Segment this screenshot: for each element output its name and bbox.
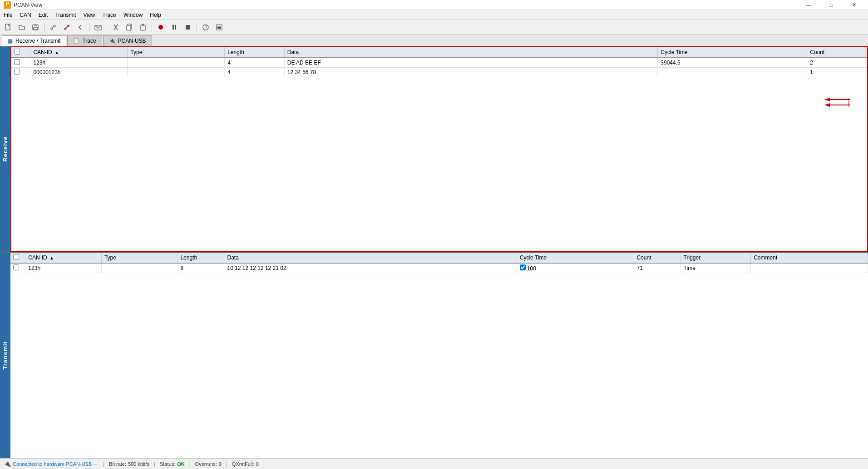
header-length[interactable]: Length: [225, 47, 285, 58]
tx-row-length: 8: [178, 263, 224, 273]
new-button[interactable]: [2, 21, 15, 33]
paste-button[interactable]: [137, 21, 149, 33]
tx-header-count[interactable]: Count: [634, 253, 681, 263]
status-label: Status:: [160, 461, 175, 467]
menu-item-transmit[interactable]: Transmit: [51, 10, 79, 20]
back-button[interactable]: [74, 21, 87, 33]
select-all-transmit[interactable]: [13, 254, 19, 260]
cut-button[interactable]: [109, 21, 122, 33]
rx-row-canid: 00000123h: [30, 68, 128, 77]
tx-header-canid[interactable]: CAN-ID ▲: [25, 253, 102, 263]
sort-canid-icon: ▲: [54, 50, 59, 55]
header-cycletime[interactable]: Cycle Time: [658, 47, 807, 58]
receive-row[interactable]: 00000123h 4 12 34 56 78 1: [11, 68, 867, 77]
rx-row-check[interactable]: [11, 68, 30, 77]
save-button[interactable]: [29, 21, 42, 33]
menu-item-can[interactable]: CAN: [16, 10, 35, 20]
rx-row-check[interactable]: [11, 58, 30, 68]
tx-header-comment[interactable]: Comment: [751, 253, 868, 263]
tab-trace[interactable]: 📋 Trace: [67, 35, 102, 46]
svg-point-5: [54, 25, 55, 27]
tx-row-count: 71: [634, 263, 681, 273]
sep2: [89, 23, 89, 32]
header-check[interactable]: [11, 47, 30, 58]
status-bar: 🔌 Connected to hardware PCAN-USB ↔ | Bit…: [0, 458, 868, 469]
menu-item-trace[interactable]: Trace: [99, 10, 119, 20]
bitrate-label: Bit rate:: [109, 461, 126, 467]
pause-button[interactable]: [168, 21, 181, 33]
menu-item-window[interactable]: Window: [120, 10, 147, 20]
receive-label: Receive: [0, 46, 10, 252]
connect-button[interactable]: [47, 21, 59, 33]
header-canid[interactable]: CAN-ID ▲: [30, 47, 128, 58]
rx-row-data: DE AD BE EF: [284, 58, 658, 68]
settings-button[interactable]: [213, 21, 226, 33]
menu-item-edit[interactable]: Edit: [35, 10, 52, 20]
transmit-table: CAN-ID ▲ Type Length Data Cycle Time Cou…: [10, 253, 868, 273]
tab-icon-receive: ▦: [8, 38, 13, 44]
status-sep1: |: [103, 461, 104, 467]
copy-button[interactable]: [123, 21, 136, 33]
tx-row-type: [101, 263, 178, 273]
tab-receive-transmit[interactable]: ▦ Receive / Transmit: [2, 35, 66, 46]
rx-row-count: 2: [807, 58, 867, 68]
stop-button[interactable]: [182, 21, 194, 33]
receive-row[interactable]: 123h 4 DE AD BE EF 39044.6 2: [11, 58, 867, 68]
tx-row-check[interactable]: [10, 263, 25, 273]
help-button[interactable]: ?: [199, 21, 212, 33]
svg-rect-16: [141, 25, 145, 30]
record-button[interactable]: [154, 21, 167, 33]
rx-row-type: [128, 58, 225, 68]
tab-pcan-usb[interactable]: 🔌 PCAN-USB: [103, 35, 152, 46]
sep5: [197, 23, 197, 32]
rx-row-length: 4: [225, 68, 285, 77]
rx-row-data: 12 34 56 78: [284, 68, 658, 77]
tab-icon-pcan: 🔌: [109, 38, 115, 44]
tx-header-type[interactable]: Type: [101, 253, 178, 263]
header-type[interactable]: Type: [128, 47, 225, 58]
tx-header-length[interactable]: Length: [178, 253, 224, 263]
select-all-receive[interactable]: [14, 49, 20, 55]
header-count[interactable]: Count: [807, 47, 867, 58]
status-sep3: |: [189, 461, 191, 467]
minimize-button[interactable]: —: [798, 0, 819, 10]
svg-rect-0: [5, 24, 10, 30]
transmit-panel: Transmit CAN-ID ▲ Type Length Data: [0, 253, 868, 458]
maximize-button[interactable]: □: [821, 0, 842, 10]
tx-sort-canid-icon: ▲: [49, 255, 54, 260]
rx-row-count: 1: [807, 68, 867, 77]
connected-text: Connected to hardware PCAN-USB: [13, 461, 92, 467]
status-value: OK: [177, 461, 185, 467]
svg-rect-21: [186, 25, 190, 30]
tx-row-canid: 123h: [25, 263, 102, 273]
tab-bar: ▦ Receive / Transmit 📋 Trace 🔌 PCAN-USB: [0, 35, 868, 46]
tab-icon-trace: 📋: [73, 38, 79, 44]
tx-header-check[interactable]: [10, 253, 25, 263]
transmit-tbody: 123h 8 10 12 12 12 12 12 21 02 100 71 Ti…: [10, 263, 868, 273]
rx-row-canid: 123h: [30, 58, 128, 68]
menu-item-view[interactable]: View: [80, 10, 99, 20]
overruns-value: 0: [219, 461, 222, 467]
menu-item-file[interactable]: File: [0, 10, 16, 20]
email-button[interactable]: [92, 21, 104, 33]
header-data[interactable]: Data: [284, 47, 658, 58]
close-button[interactable]: ✕: [843, 0, 864, 10]
rx-row-cycletime: 39044.6: [658, 58, 807, 68]
transmit-table-container[interactable]: CAN-ID ▲ Type Length Data Cycle Time Cou…: [10, 253, 868, 458]
menu-item-help[interactable]: Help: [146, 10, 165, 20]
svg-text:?: ?: [205, 25, 207, 30]
tx-header-trigger[interactable]: Trigger: [681, 253, 751, 263]
rx-row-length: 4: [225, 58, 285, 68]
tab-label-trace: Trace: [82, 38, 96, 44]
qxmtfull-value: 0: [256, 461, 259, 467]
tx-header-data[interactable]: Data: [224, 253, 517, 263]
tx-header-cycletime[interactable]: Cycle Time: [517, 253, 634, 263]
rx-row-cycletime: [658, 68, 807, 77]
tab-label-pcan-usb: PCAN-USB: [118, 38, 146, 44]
disconnect-button[interactable]: [60, 21, 73, 33]
receive-table-container[interactable]: CAN-ID ▲ Type Length Data Cycle Time Cou…: [10, 46, 868, 252]
transmit-row[interactable]: 123h 8 10 12 12 12 12 12 21 02 100 71 Ti…: [10, 263, 868, 273]
menu-bar: FileCANEditTransmitViewTraceWindowHelp: [0, 10, 868, 20]
open-button[interactable]: [15, 21, 28, 33]
tx-row-cycletime[interactable]: 100: [517, 263, 634, 273]
